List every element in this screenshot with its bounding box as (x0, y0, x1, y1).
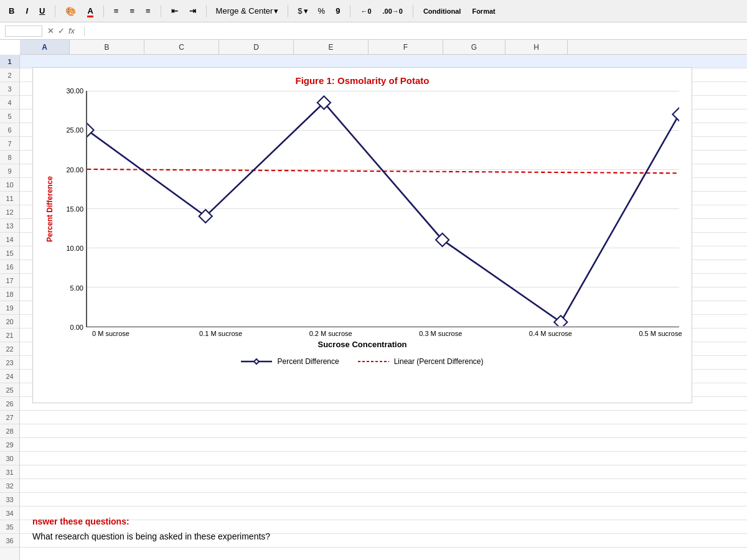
decimal-dec-button[interactable]: ←0 (357, 6, 375, 17)
row-header-3: 3 (0, 82, 19, 96)
row-header-7: 7 (0, 137, 19, 151)
formula-icons: ✕ ✓ fx (47, 26, 75, 35)
y-tick-0: 0.00 (70, 324, 83, 331)
col-header-H[interactable]: H (505, 40, 568, 54)
merge-center-chevron: ▾ (274, 6, 278, 16)
font-color-button[interactable]: A (83, 4, 96, 17)
conditional-button[interactable]: Conditional (420, 6, 465, 17)
row-header-18: 18 (0, 287, 19, 301)
italic-button[interactable]: I (22, 4, 32, 17)
row-header-5: 5 (0, 110, 19, 123)
grid-row-30[interactable] (20, 452, 747, 465)
row-header-4: 4 (0, 96, 19, 110)
svg-marker-1 (254, 359, 259, 364)
bold-button[interactable]: B (5, 4, 18, 17)
col-header-D[interactable]: D (219, 40, 294, 54)
formula-input[interactable] (95, 26, 742, 35)
grid-row-27[interactable] (20, 411, 747, 424)
row-header-26: 26 (0, 397, 19, 411)
row-header-15: 15 (0, 246, 19, 260)
fill-color-button[interactable]: 🎨 (62, 4, 80, 18)
grid-row-33[interactable] (20, 493, 747, 506)
row-header-6: 6 (0, 123, 19, 137)
format-button[interactable]: Format (468, 6, 499, 17)
y-tick-5: 5.00 (70, 284, 83, 292)
grid-row-29[interactable] (20, 438, 747, 452)
merge-center-label: Merge & Center (216, 6, 273, 16)
chart-container: Figure 1: Osmolarity of Potato Percent D… (32, 67, 692, 403)
percent-dropdown[interactable]: % (315, 4, 329, 17)
decimal-inc-button[interactable]: .00→0 (379, 6, 406, 17)
row-header-9: 9 (0, 164, 19, 178)
confirm-icon[interactable]: ✓ (58, 26, 65, 35)
merge-center-dropdown[interactable]: Merge & Center ▾ (213, 4, 282, 17)
chart-title-highlight: Osmolarity of Potato (337, 75, 430, 86)
column-headers: A B C D E F G H (20, 40, 747, 55)
function-icon[interactable]: fx (68, 26, 75, 35)
grid-row-1[interactable] (20, 55, 747, 68)
toolbar: B I U 🎨 A ≡ ≡ ≡ ⇤ ⇥ Merge & Center ▾ $ ▾… (0, 0, 747, 22)
row-header-19: 19 (0, 301, 19, 315)
row-header-17: 17 (0, 274, 19, 287)
chart-legend: Percent Difference Linear (Percent Diffe… (33, 357, 692, 366)
legend-line-icon (241, 357, 272, 366)
row-header-28: 28 (0, 424, 19, 438)
row-header-31: 31 (0, 465, 19, 479)
currency-chevron: ▾ (304, 6, 308, 16)
grid-row-32[interactable] (20, 479, 747, 493)
legend-label-series2: Linear (Percent Difference) (394, 357, 484, 366)
legend-item-series1: Percent Difference (241, 357, 339, 366)
bottom-content: nswer these questions: What research que… (32, 516, 735, 541)
x-label-3: 0.3 M sucrose (416, 330, 466, 337)
row-header-36: 36 (0, 534, 19, 548)
chart-inner: Percent Difference 30.00 25.00 20.00 15.… (45, 91, 679, 327)
comma-button[interactable]: 9 (332, 4, 344, 17)
row-header-27: 27 (0, 411, 19, 424)
row-header-2: 2 (0, 68, 19, 82)
x-axis-title: Sucrose Concentration (33, 340, 692, 349)
align-center-button[interactable]: ≡ (126, 4, 138, 17)
col-header-C[interactable]: C (144, 40, 219, 54)
col-header-B[interactable]: B (70, 40, 144, 54)
spreadsheet-area: 1 2 3 4 5 6 7 8 9 10 11 12 13 14 15 16 1… (0, 55, 747, 560)
y-tick-20: 20.00 (66, 166, 83, 174)
x-label-2: 0.2 M sucrose (306, 330, 355, 337)
x-label-1: 0.1 M sucrose (196, 330, 246, 337)
legend-label-series1: Percent Difference (277, 357, 339, 366)
grid-row-31[interactable] (20, 465, 747, 479)
formula-bar-separator: │ (82, 26, 87, 35)
point-4 (554, 315, 567, 326)
divider4 (206, 5, 207, 17)
cancel-icon[interactable]: ✕ (47, 26, 54, 35)
col-header-E[interactable]: E (294, 40, 369, 54)
row-header-10: 10 (0, 178, 19, 192)
currency-dropdown[interactable]: $ ▾ (294, 4, 311, 17)
divider1 (55, 5, 55, 17)
grid-row-28[interactable] (20, 424, 747, 438)
question1-container: What research question is being asked in… (32, 531, 735, 541)
chart-title: Figure 1: Osmolarity of Potato (33, 75, 692, 86)
indent-dec-button[interactable]: ⇤ (167, 4, 182, 17)
x-axis-labels: 0 M sucrose 0.1 M sucrose 0.2 M sucrose … (86, 330, 685, 337)
divider5 (288, 5, 288, 17)
indent-inc-button[interactable]: ⇥ (186, 4, 200, 17)
currency-label: $ (298, 6, 302, 16)
row-header-1: 1 (0, 55, 19, 68)
underline-button[interactable]: U (35, 4, 49, 17)
row-header-33: 33 (0, 493, 19, 506)
row-headers: 1 2 3 4 5 6 7 8 9 10 11 12 13 14 15 16 1… (0, 55, 20, 560)
data-line (87, 103, 679, 322)
formula-bar: ✕ ✓ fx │ (0, 22, 747, 40)
row-header-25: 25 (0, 383, 19, 397)
col-header-A[interactable]: A (20, 40, 70, 54)
col-header-F[interactable]: F (369, 40, 443, 54)
col-header-G[interactable]: G (443, 40, 505, 54)
chart-plot-area (86, 91, 679, 327)
align-left-button[interactable]: ≡ (110, 4, 123, 17)
row-header-13: 13 (0, 219, 19, 233)
cell-reference-input[interactable] (5, 26, 42, 37)
x-label-5: 0.5 M sucrose (636, 330, 685, 337)
row-header-12: 12 (0, 205, 19, 219)
align-right-button[interactable]: ≡ (142, 4, 154, 17)
row-header-20: 20 (0, 315, 19, 329)
